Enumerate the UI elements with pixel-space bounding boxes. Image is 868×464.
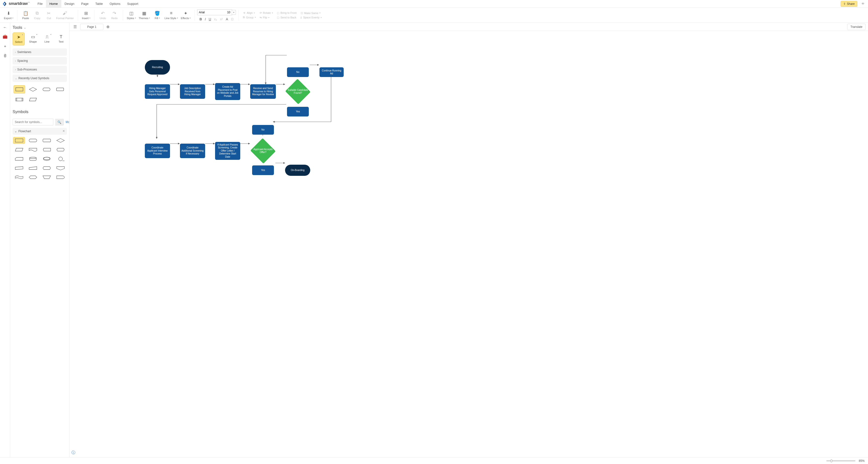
sym-tape[interactable] [13,165,25,172]
make-same-button[interactable]: ◫Make Same▾ [300,11,322,15]
bold-button[interactable]: B [199,17,202,21]
sym-disk[interactable] [41,155,53,162]
menu-table[interactable]: Table [92,0,106,7]
node-coord-screening[interactable]: Coordinate Additional Screening if Neces… [180,144,205,158]
sym-document[interactable] [27,146,39,153]
symbol-search-button[interactable]: 🔍 [55,119,64,125]
insert-button[interactable]: ⊞Insert▾ [81,10,92,21]
tool-text[interactable]: TText [55,32,67,45]
menu-support[interactable]: Support [124,0,142,7]
node-yes-2[interactable]: Yes [252,165,274,175]
sym-wavy[interactable] [13,174,25,181]
underline-button[interactable]: U [209,17,211,21]
subscript-button[interactable]: x₂ [214,17,217,21]
undo-button[interactable]: ↶Undo [97,10,109,21]
node-accepts-offer[interactable]: Applicant Accepts Offer? [250,139,276,163]
font-size-caret[interactable]: ▾ [232,10,236,15]
menu-file[interactable]: File [34,0,46,7]
flip-button[interactable]: ⇋Flip▾ [259,16,274,19]
recent-shape-rounded[interactable] [54,85,66,93]
font-color-button[interactable]: A [226,17,228,21]
send-to-back-button[interactable]: ▢Send to Back [276,16,298,19]
add-page-button[interactable]: ⊕ [105,25,111,29]
sym-rounded[interactable] [41,137,53,144]
sym-preparation[interactable] [41,165,53,172]
symbol-search-input[interactable] [12,119,53,125]
menu-home[interactable]: Home [46,0,61,7]
sym-offpage[interactable] [55,165,66,172]
styles-button[interactable]: ◫Styles▾ [125,10,137,21]
menu-options[interactable]: Options [106,0,124,7]
omega-button[interactable]: Ω [231,17,234,21]
canvas[interactable]: Recruiting Hiring Manager Gets Personnel… [69,31,868,457]
share-button[interactable]: ⇪ Share [841,1,857,7]
menu-page[interactable]: Page [78,0,92,7]
flowchart-category-header[interactable]: ⌄ Flowchart ✕ [12,128,67,135]
sym-process[interactable] [13,137,25,144]
sym-hexagon2[interactable] [27,174,39,181]
rail-back-button[interactable]: ← [3,25,7,30]
recent-shape-diamond[interactable] [27,85,39,93]
symbols-more-link[interactable]: More⊕ [66,120,69,124]
node-coord-interview[interactable]: Coordinate Applicant Interview Process [145,144,170,158]
accordion-subprocesses[interactable]: ›Sub-Processes [12,66,67,73]
sym-manual-input[interactable] [27,165,39,172]
export-button[interactable]: ⬇ Export▾ [2,10,15,21]
node-job-desc[interactable]: Job Description Received from Hiring Man… [180,84,205,99]
rail-data-button[interactable]: 🛢 [3,54,7,58]
accordion-spacing[interactable]: ›Spacing [12,57,67,64]
chevron-down-icon[interactable]: ⌄ [24,26,26,29]
format-painter-button[interactable]: 🖌Format Painter [55,10,75,21]
node-suitable-found[interactable]: Suitable Candidate Found? [285,80,311,104]
tool-select[interactable]: ▾➤Select [12,32,25,45]
preview-button[interactable]: 👁 [860,1,866,6]
space-evenly-button[interactable]: ⫿Space Evenly▾ [300,16,322,19]
recent-shape-subprocess[interactable] [13,95,25,104]
recent-shape-terminal[interactable] [41,85,52,93]
recent-shape-rect[interactable] [13,85,25,93]
page-tab-1[interactable]: Page 1 [80,24,103,30]
rotate-button[interactable]: ⟳Rotate▾ [259,11,274,15]
sym-card[interactable] [13,155,25,162]
node-no-1[interactable]: No [287,67,309,77]
sym-delay[interactable] [55,174,66,181]
outline-button[interactable]: ☰ [72,25,78,29]
themes-button[interactable]: ▦Themes▾ [137,10,152,21]
sym-database[interactable] [27,155,39,162]
sym-data[interactable] [13,146,25,153]
node-continue-ad[interactable]: Continue Running Ad [319,67,344,77]
node-no-2[interactable]: No [252,125,274,135]
node-receive-resumes[interactable]: Receive and Send Resumes to Hiring Manag… [250,84,276,99]
fill-button[interactable]: 🪣Fill▾ [151,10,163,21]
node-yes-1[interactable]: Yes [287,107,309,117]
sym-display[interactable] [55,146,66,153]
accordion-recent-symbols[interactable]: ⌄Recently Used Symbols [12,74,67,82]
node-create-ad[interactable]: Create Ad Placement to Post on Website a… [215,83,240,100]
group-button[interactable]: ⧉Group▾ [242,16,257,19]
italic-button[interactable]: I [205,17,206,21]
node-offer-letter[interactable]: If Applicant Passes Screening, Create Of… [215,142,240,160]
bring-to-front-button[interactable]: ▢Bring to Front [276,11,298,15]
sym-manual-op[interactable] [41,174,53,181]
node-onboarding[interactable]: On-Boarding [285,165,310,176]
effects-button[interactable]: ✦Effects▾ [180,10,192,21]
sym-decision[interactable] [55,137,66,144]
cut-button[interactable]: ✂Cut [43,10,55,21]
redo-button[interactable]: ↷Redo [109,10,120,21]
tool-shape[interactable]: ▾▭Shape [27,32,39,45]
font-name-input[interactable] [197,9,224,15]
copy-button[interactable]: ⧉Copy [31,10,43,21]
line-style-button[interactable]: ≡Line Style▾ [163,10,179,21]
rail-toolbox-button[interactable]: 🧰 [3,34,7,39]
menu-design[interactable]: Design [61,0,78,7]
node-hiring-approved[interactable]: Hiring Manager Gets Personnel Request Ap… [145,84,170,99]
rail-add-button[interactable]: ＋ [3,44,7,49]
zoom-slider[interactable] [826,460,856,461]
sym-terminal[interactable] [27,137,39,144]
recent-shape-parallelogram[interactable] [27,95,39,104]
node-recruiting[interactable]: Recruiting [145,60,170,74]
align-button[interactable]: ⫷Align▾ [242,11,257,14]
paste-button[interactable]: 📋Paste [20,10,31,21]
sym-connector[interactable] [55,155,66,162]
superscript-button[interactable]: x² [220,17,223,21]
